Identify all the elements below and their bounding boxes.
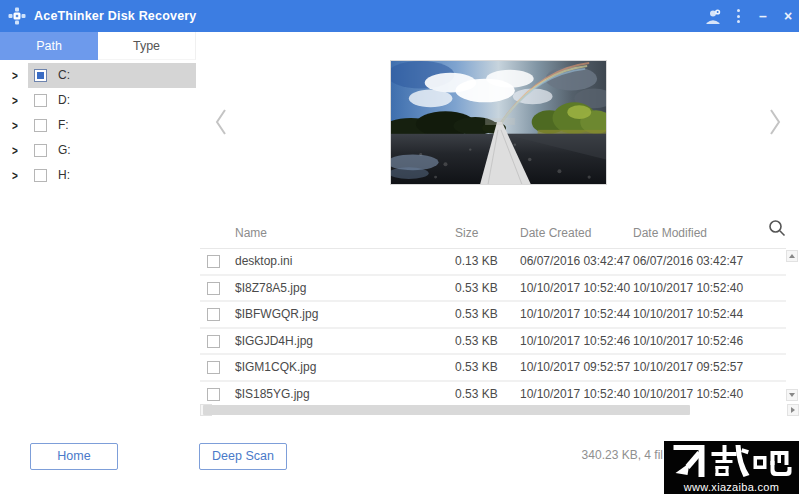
file-row[interactable]: $IBFWGQR.jpg0.53 KB10/10/2017 10:52:4410… bbox=[200, 302, 786, 329]
column-header-date-created[interactable]: Date Created bbox=[520, 218, 591, 248]
app-logo-icon bbox=[8, 7, 26, 25]
file-date-modified: 06/07/2016 03:42:47 bbox=[633, 249, 743, 274]
file-row[interactable]: $I8Z78A5.jpg0.53 KB10/10/2017 10:52:4010… bbox=[200, 276, 786, 303]
file-size: 0.53 KB bbox=[455, 329, 498, 354]
file-date-modified: 10/10/2017 10:52:40 bbox=[633, 382, 743, 406]
titlebar: AceThinker Disk Recovery – × bbox=[0, 0, 799, 32]
file-row[interactable]: $IS185YG.jpg0.53 KB10/10/2017 10:52:4010… bbox=[200, 382, 786, 406]
scroll-down-button[interactable] bbox=[786, 389, 798, 401]
drive-tree: >C:>D:>F:>G:>H: bbox=[0, 63, 196, 188]
file-name: desktop.ini bbox=[235, 249, 292, 274]
file-name: $IGGJD4H.jpg bbox=[235, 329, 313, 354]
column-header-size[interactable]: Size bbox=[455, 218, 478, 248]
drive-label: D: bbox=[58, 88, 70, 113]
horizontal-scrollbar-thumb[interactable] bbox=[203, 405, 690, 415]
file-checkbox[interactable] bbox=[207, 255, 220, 268]
file-row[interactable]: $IGM1CQK.jpg0.53 KB10/10/2017 09:52:5710… bbox=[200, 355, 786, 382]
tab-type[interactable]: Type bbox=[98, 32, 196, 60]
drive-item-F[interactable]: >F: bbox=[0, 113, 196, 138]
watermark: www.xiazaiba.com bbox=[664, 441, 799, 494]
home-button[interactable]: Home bbox=[30, 443, 118, 470]
drive-label: H: bbox=[58, 163, 70, 188]
drive-item-H[interactable]: >H: bbox=[0, 163, 196, 188]
drive-item-C[interactable]: >C: bbox=[0, 63, 196, 88]
file-date-modified: 10/10/2017 10:52:44 bbox=[633, 302, 743, 327]
file-checkbox[interactable] bbox=[207, 335, 220, 348]
watermark-url: www.xiazaiba.com bbox=[664, 481, 799, 493]
drive-row-highlight bbox=[28, 63, 196, 88]
file-checkbox[interactable] bbox=[207, 282, 220, 295]
drive-label: G: bbox=[58, 138, 71, 163]
drive-checkbox[interactable] bbox=[34, 69, 47, 82]
file-checkbox[interactable] bbox=[207, 361, 220, 374]
file-date-created: 10/10/2017 09:52:57 bbox=[520, 355, 630, 380]
tab-path[interactable]: Path bbox=[0, 32, 98, 60]
file-name: $I8Z78A5.jpg bbox=[235, 276, 306, 301]
file-table: Name Size Date Created Date Modified des… bbox=[200, 218, 786, 406]
next-image-button[interactable] bbox=[766, 104, 784, 140]
drive-row-highlight bbox=[28, 138, 196, 163]
table-header: Name Size Date Created Date Modified bbox=[200, 218, 786, 248]
file-size: 0.53 KB bbox=[455, 355, 498, 380]
drive-row-highlight bbox=[28, 163, 196, 188]
drive-checkbox[interactable] bbox=[34, 119, 47, 132]
search-icon[interactable] bbox=[767, 218, 787, 238]
scroll-up-button[interactable] bbox=[786, 250, 798, 262]
file-date-modified: 10/10/2017 09:52:57 bbox=[633, 355, 743, 380]
file-row[interactable]: $IGGJD4H.jpg0.53 KB10/10/2017 10:52:4610… bbox=[200, 329, 786, 356]
file-date-created: 10/10/2017 10:52:46 bbox=[520, 329, 630, 354]
watermark-logo-icon bbox=[668, 443, 795, 479]
file-name: $IGM1CQK.jpg bbox=[235, 355, 316, 380]
menu-icon[interactable] bbox=[728, 0, 748, 32]
file-size: 0.53 KB bbox=[455, 382, 498, 406]
file-date-created: 10/10/2017 10:52:40 bbox=[520, 382, 630, 406]
file-date-created: 06/07/2016 03:42:47 bbox=[520, 249, 630, 274]
column-header-date-modified[interactable]: Date Modified bbox=[633, 218, 707, 248]
account-icon[interactable] bbox=[700, 0, 726, 32]
close-button[interactable]: × bbox=[777, 0, 799, 32]
file-table-body: desktop.ini0.13 KB06/07/2016 03:42:4706/… bbox=[200, 248, 786, 406]
preview-image bbox=[390, 60, 607, 185]
drive-item-G[interactable]: >G: bbox=[0, 138, 196, 163]
file-name: $IBFWGQR.jpg bbox=[235, 302, 318, 327]
window-title: AceThinker Disk Recovery bbox=[34, 0, 197, 32]
drive-checkbox[interactable] bbox=[34, 144, 47, 157]
column-header-name[interactable]: Name bbox=[235, 218, 267, 248]
file-date-created: 10/10/2017 10:52:44 bbox=[520, 302, 630, 327]
file-name: $IS185YG.jpg bbox=[235, 382, 310, 406]
selection-size-status: 340.23 KB, 4 fil bbox=[520, 448, 663, 462]
drive-row-highlight bbox=[28, 113, 196, 138]
file-date-created: 10/10/2017 10:52:40 bbox=[520, 276, 630, 301]
drive-checkbox[interactable] bbox=[34, 94, 47, 107]
drive-label: F: bbox=[58, 113, 69, 138]
drive-label: C: bbox=[58, 63, 70, 88]
file-row[interactable]: desktop.ini0.13 KB06/07/2016 03:42:4706/… bbox=[200, 249, 786, 276]
scroll-right-button[interactable] bbox=[787, 404, 799, 416]
file-date-modified: 10/10/2017 10:52:40 bbox=[633, 276, 743, 301]
file-size: 0.53 KB bbox=[455, 276, 498, 301]
previous-image-button[interactable] bbox=[212, 104, 230, 140]
drive-item-D[interactable]: >D: bbox=[0, 88, 196, 113]
drive-checkbox[interactable] bbox=[34, 169, 47, 182]
file-size: 0.53 KB bbox=[455, 302, 498, 327]
rainbow-road-photo bbox=[391, 61, 606, 184]
deep-scan-button[interactable]: Deep Scan bbox=[199, 443, 287, 470]
minimize-button[interactable]: – bbox=[752, 0, 774, 38]
file-checkbox[interactable] bbox=[207, 308, 220, 321]
drive-row-highlight bbox=[28, 88, 196, 113]
file-date-modified: 10/10/2017 10:52:46 bbox=[633, 329, 743, 354]
file-checkbox[interactable] bbox=[207, 388, 220, 401]
file-size: 0.13 KB bbox=[455, 249, 498, 274]
expand-chevron-icon[interactable]: > bbox=[12, 160, 18, 191]
